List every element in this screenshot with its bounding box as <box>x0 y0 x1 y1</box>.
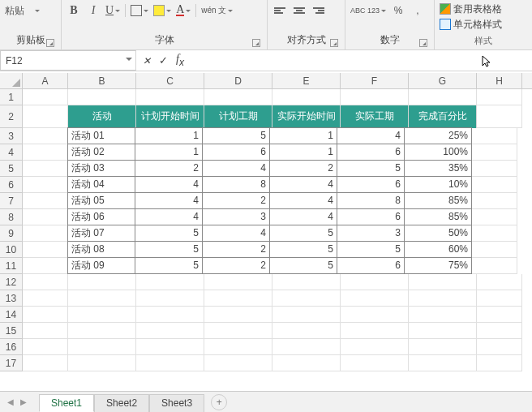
cell-G7[interactable]: 85% <box>404 192 472 209</box>
cell-A8[interactable] <box>23 209 68 225</box>
cell-F14[interactable] <box>341 307 409 323</box>
cell-H4[interactable] <box>472 144 517 161</box>
cell-D14[interactable] <box>204 307 272 323</box>
cell-A11[interactable] <box>23 258 68 274</box>
cell-G6[interactable]: 10% <box>404 176 472 193</box>
cell-C10[interactable]: 5 <box>135 241 203 258</box>
cell-D11[interactable]: 2 <box>202 257 270 274</box>
cell-H12[interactable] <box>477 274 522 290</box>
cell-E9[interactable]: 5 <box>269 225 337 242</box>
cell-F3[interactable]: 4 <box>337 127 405 144</box>
cell-D1[interactable] <box>204 89 272 105</box>
cell-E11[interactable]: 5 <box>269 257 337 274</box>
sheet-tab-sheet2[interactable]: Sheet2 <box>94 394 149 412</box>
cell-G8[interactable]: 85% <box>404 208 472 225</box>
cell-H1[interactable] <box>477 89 522 105</box>
cell-A12[interactable] <box>23 274 68 290</box>
cell-C8[interactable]: 4 <box>135 208 203 225</box>
row-header-14[interactable]: 14 <box>0 307 22 323</box>
col-header-E[interactable]: E <box>272 73 341 88</box>
cell-E17[interactable] <box>272 355 341 371</box>
cell-B8[interactable]: 活动 06 <box>67 208 135 225</box>
col-header-H[interactable]: H <box>477 73 522 88</box>
cell-H11[interactable] <box>472 258 517 274</box>
cell-H2[interactable] <box>477 105 522 128</box>
cell-D4[interactable]: 6 <box>202 144 270 161</box>
cell-A13[interactable] <box>23 290 68 307</box>
cell-A5[interactable] <box>23 161 68 177</box>
tab-nav-prev[interactable]: ◀ <box>5 397 16 408</box>
cell-G5[interactable]: 35% <box>404 160 472 177</box>
clipboard-dialog-icon[interactable] <box>46 39 54 47</box>
cell-E7[interactable]: 4 <box>269 192 337 209</box>
cell-A9[interactable] <box>23 225 68 242</box>
sheet-tab-sheet1[interactable]: Sheet1 <box>39 394 94 412</box>
cell-C13[interactable] <box>136 290 204 307</box>
row-header-8[interactable]: 8 <box>0 209 22 225</box>
cell-B6[interactable]: 活动 04 <box>67 176 135 193</box>
cell-B4[interactable]: 活动 02 <box>67 144 135 161</box>
cell-G4[interactable]: 100% <box>404 144 472 161</box>
cell-C7[interactable]: 4 <box>135 192 203 209</box>
row-header-10[interactable]: 10 <box>0 242 22 258</box>
cell-F17[interactable] <box>341 355 409 371</box>
cell-B1[interactable] <box>68 89 136 105</box>
comma-button[interactable]: , <box>410 3 425 18</box>
row-header-2[interactable]: 2 <box>0 105 22 128</box>
cell-A1[interactable] <box>23 89 68 105</box>
cell-B7[interactable]: 活动 05 <box>67 192 135 209</box>
cell-C15[interactable] <box>136 323 204 339</box>
sheet-tab-sheet3[interactable]: Sheet3 <box>149 394 204 412</box>
row-header-13[interactable]: 13 <box>0 290 22 307</box>
cell-E10[interactable]: 5 <box>269 241 337 258</box>
cell-E14[interactable] <box>272 307 341 323</box>
cell-G17[interactable] <box>409 355 477 371</box>
cell-B15[interactable] <box>68 323 136 339</box>
cell-F4[interactable]: 6 <box>337 144 405 161</box>
cell-E12[interactable] <box>272 274 341 290</box>
bold-button[interactable]: B <box>66 3 81 18</box>
cell-C1[interactable] <box>136 89 204 105</box>
italic-button[interactable]: I <box>86 3 101 18</box>
cell-D12[interactable] <box>204 274 272 290</box>
cell-C9[interactable]: 5 <box>135 225 203 242</box>
cell-H9[interactable] <box>472 225 517 242</box>
row-header-6[interactable]: 6 <box>0 177 22 193</box>
cell-D2[interactable]: 计划工期 <box>204 105 272 128</box>
cell-F6[interactable]: 6 <box>337 176 405 193</box>
cell-E2[interactable]: 实际开始时间 <box>272 105 341 128</box>
row-header-16[interactable]: 16 <box>0 339 22 355</box>
cell-F2[interactable]: 实际工期 <box>341 105 409 128</box>
cell-H15[interactable] <box>477 323 522 339</box>
cell-C4[interactable]: 1 <box>135 144 203 161</box>
cell-G3[interactable]: 25% <box>404 127 472 144</box>
row-header-9[interactable]: 9 <box>0 225 22 242</box>
cell-H7[interactable] <box>472 193 517 209</box>
cell-A2[interactable] <box>23 105 68 128</box>
cell-H10[interactable] <box>472 242 517 258</box>
tab-nav-next[interactable]: ▶ <box>18 397 29 408</box>
cell-G15[interactable] <box>409 323 477 339</box>
cell-C17[interactable] <box>136 355 204 371</box>
cell-C16[interactable] <box>136 339 204 355</box>
add-sheet-button[interactable]: + <box>211 394 227 410</box>
cell-E8[interactable]: 4 <box>269 208 337 225</box>
cell-G1[interactable] <box>409 89 477 105</box>
cell-G10[interactable]: 60% <box>404 241 472 258</box>
cell-B17[interactable] <box>68 355 136 371</box>
cell-G16[interactable] <box>409 339 477 355</box>
number-format-dropdown[interactable]: ABC 123 <box>350 3 386 18</box>
name-box[interactable]: F12 <box>0 50 136 71</box>
cell-D3[interactable]: 5 <box>202 127 270 144</box>
align-middle-button[interactable] <box>292 3 307 18</box>
select-all-corner[interactable] <box>0 73 23 89</box>
cell-F1[interactable] <box>341 89 409 105</box>
cell-G9[interactable]: 50% <box>404 225 472 242</box>
cell-B11[interactable]: 活动 09 <box>67 257 135 274</box>
cell-D5[interactable]: 4 <box>202 160 270 177</box>
cell-B5[interactable]: 活动 03 <box>67 160 135 177</box>
cell-B2[interactable]: 活动 <box>68 105 136 128</box>
cell-F16[interactable] <box>341 339 409 355</box>
paste-dropdown[interactable] <box>29 3 44 18</box>
cell-F11[interactable]: 6 <box>337 257 405 274</box>
